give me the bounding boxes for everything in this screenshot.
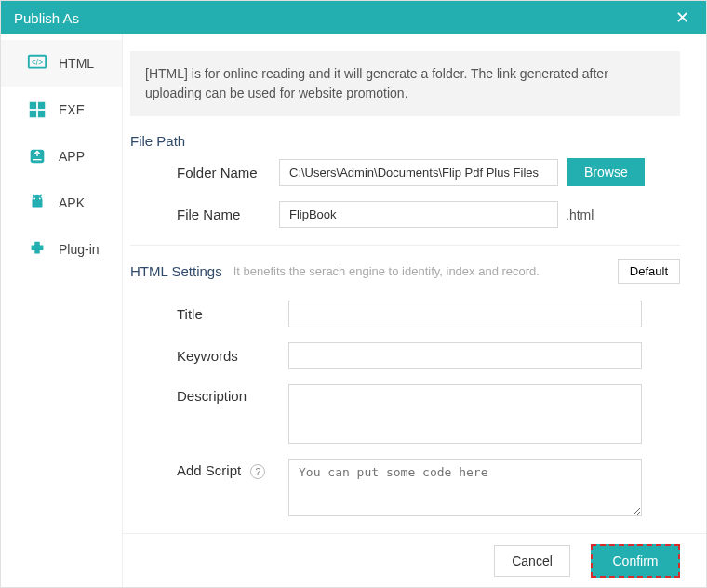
separator bbox=[130, 245, 680, 246]
sidebar-item-label: Plug-in bbox=[59, 242, 100, 257]
settings-head: HTML Settings It benefits the serach eng… bbox=[130, 259, 680, 284]
svg-rect-4 bbox=[30, 111, 36, 117]
sidebar-item-label: APK bbox=[59, 195, 85, 210]
script-input[interactable] bbox=[288, 459, 642, 516]
folder-label: Folder Name bbox=[177, 165, 279, 180]
sidebar-item-label: APP bbox=[59, 149, 85, 164]
script-label-text: Add Script bbox=[177, 462, 241, 478]
windows-icon bbox=[27, 100, 47, 120]
svg-rect-3 bbox=[38, 102, 45, 109]
sidebar-item-exe[interactable]: EXE bbox=[1, 87, 122, 133]
keywords-label: Keywords bbox=[177, 348, 279, 364]
svg-rect-5 bbox=[38, 111, 45, 117]
sidebar-item-plugin[interactable]: Plug-in bbox=[1, 226, 122, 273]
default-button[interactable]: Default bbox=[618, 259, 680, 284]
publish-dialog: Publish As ✕ </> HTML EXE APP bbox=[0, 0, 707, 588]
title-row: Title bbox=[130, 301, 680, 327]
title-label: Title bbox=[177, 306, 279, 322]
footer: Cancel Confirm bbox=[123, 533, 706, 587]
script-row: Add Script ? bbox=[130, 459, 680, 516]
sidebar-item-label: EXE bbox=[59, 102, 85, 117]
html-icon: </> bbox=[27, 53, 47, 74]
sidebar-item-app[interactable]: APP bbox=[1, 133, 122, 180]
info-box: [HTML] is for online reading and it will… bbox=[130, 51, 680, 116]
window-title: Publish As bbox=[14, 10, 668, 26]
svg-text:</>: </> bbox=[32, 59, 43, 67]
keywords-input[interactable] bbox=[288, 342, 642, 369]
description-row: Description bbox=[130, 384, 680, 444]
filename-row: File Name .html bbox=[130, 201, 680, 228]
svg-rect-2 bbox=[30, 102, 36, 109]
settings-section-label: HTML Settings bbox=[130, 263, 222, 279]
android-icon bbox=[27, 193, 47, 213]
sidebar-item-apk[interactable]: APK bbox=[1, 180, 122, 226]
help-icon[interactable]: ? bbox=[250, 464, 265, 479]
title-input[interactable] bbox=[288, 301, 642, 327]
close-icon[interactable]: ✕ bbox=[668, 4, 697, 32]
main-panel: [HTML] is for online reading and it will… bbox=[122, 34, 706, 587]
sidebar-item-label: HTML bbox=[59, 56, 94, 71]
description-label: Description bbox=[177, 384, 279, 404]
svg-point-8 bbox=[33, 198, 35, 200]
svg-line-11 bbox=[40, 195, 42, 197]
keywords-row: Keywords bbox=[130, 342, 680, 369]
sidebar: </> HTML EXE APP APK bbox=[1, 34, 122, 587]
main-content: [HTML] is for online reading and it will… bbox=[123, 34, 706, 533]
cancel-button[interactable]: Cancel bbox=[494, 545, 570, 577]
file-extension: .html bbox=[566, 207, 594, 222]
titlebar: Publish As ✕ bbox=[1, 1, 706, 34]
folder-row: Folder Name Browse bbox=[130, 158, 680, 186]
filepath-section-label: File Path bbox=[130, 133, 680, 149]
dialog-body: </> HTML EXE APP APK bbox=[1, 34, 706, 587]
confirm-button[interactable]: Confirm bbox=[591, 544, 680, 578]
svg-point-9 bbox=[39, 198, 41, 200]
app-icon bbox=[27, 146, 47, 167]
sidebar-item-html[interactable]: </> HTML bbox=[1, 40, 122, 87]
script-label: Add Script ? bbox=[177, 459, 279, 479]
plugin-icon bbox=[27, 239, 47, 260]
settings-hint: It benefits the serach engine to identif… bbox=[233, 264, 607, 278]
filename-input[interactable] bbox=[279, 201, 558, 228]
description-input[interactable] bbox=[288, 384, 642, 444]
browse-button[interactable]: Browse bbox=[567, 158, 645, 186]
filename-label: File Name bbox=[177, 207, 279, 222]
folder-input[interactable] bbox=[279, 159, 558, 186]
svg-line-10 bbox=[33, 195, 34, 197]
